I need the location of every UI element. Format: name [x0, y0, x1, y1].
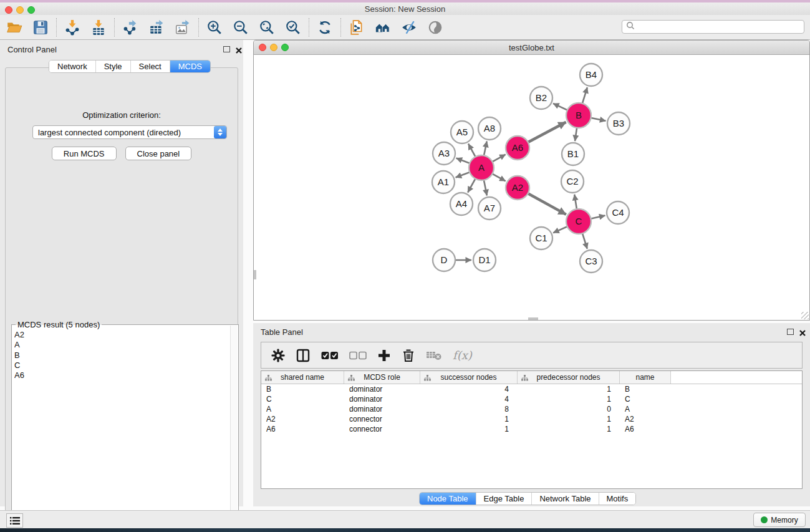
export-image-icon[interactable] [175, 19, 191, 36]
tab-style[interactable]: Style [96, 60, 131, 72]
cell-MCDS-role[interactable]: connector [344, 425, 420, 433]
node-A3[interactable]: A3 [433, 142, 455, 165]
close-panel-icon[interactable] [235, 46, 243, 53]
tab-mcds[interactable]: MCDS [170, 60, 210, 72]
memory-button[interactable]: Memory [753, 513, 806, 527]
mcds-result-list[interactable]: A2ABCA6 [14, 330, 228, 530]
node-D[interactable]: D [433, 249, 455, 271]
show-details-icon[interactable] [427, 19, 443, 36]
node-B3[interactable]: B3 [607, 112, 630, 135]
cell-predecessor-nodes[interactable]: 1 [518, 415, 620, 423]
node-B[interactable]: B [566, 103, 591, 128]
table-row[interactable]: Adominator80A [261, 404, 802, 414]
column-header-predecessor-nodes[interactable]: predecessor nodes [518, 371, 620, 384]
cell-name[interactable]: A [620, 405, 671, 414]
float-panel-icon[interactable] [223, 46, 230, 52]
node-A4[interactable]: A4 [450, 193, 473, 215]
criterion-dropdown[interactable]: largest connected component (directed) [32, 125, 227, 139]
run-mcds-button[interactable]: Run MCDS [52, 147, 117, 160]
window-resize-grip[interactable] [801, 312, 809, 319]
network-window-titlebar[interactable]: testGlobe.txt [254, 41, 809, 55]
tab-node-table[interactable]: Node Table [420, 493, 476, 505]
node-A7[interactable]: A7 [478, 197, 501, 220]
node-C4[interactable]: C4 [607, 201, 629, 224]
cell-successor-nodes[interactable]: 1 [420, 425, 518, 433]
result-item[interactable]: B [14, 351, 228, 360]
cell-MCDS-role[interactable]: dominator [344, 405, 420, 414]
result-item[interactable]: A [14, 340, 228, 350]
column-header-MCDS-role[interactable]: MCDS role [344, 371, 420, 384]
result-list-scrollbar[interactable] [230, 326, 238, 532]
node-A8[interactable]: A8 [478, 117, 501, 140]
zoom-out-icon[interactable] [233, 19, 249, 36]
export-network-icon[interactable] [122, 19, 138, 36]
cell-shared-name[interactable]: A6 [261, 425, 344, 433]
node-B1[interactable]: B1 [562, 143, 584, 165]
clone-network-icon[interactable] [349, 19, 365, 36]
node-table[interactable]: shared nameMCDS rolesuccessor nodesprede… [261, 370, 803, 489]
cell-shared-name[interactable]: C [261, 395, 344, 404]
column-header-name[interactable]: name [620, 371, 671, 384]
table-row[interactable]: A2connector11A2 [261, 414, 802, 424]
search-field[interactable] [622, 20, 804, 34]
cell-name[interactable]: A2 [620, 415, 671, 423]
tab-network-table[interactable]: Network Table [532, 493, 599, 505]
delete-column-icon[interactable] [402, 347, 415, 364]
close-panel-button[interactable]: Close panel [125, 147, 192, 160]
result-item[interactable]: A2 [14, 330, 228, 340]
node-D1[interactable]: D1 [473, 249, 496, 271]
horizontal-scroll-nub[interactable] [528, 317, 538, 320]
cell-successor-nodes[interactable]: 8 [420, 405, 518, 414]
cell-shared-name[interactable]: A2 [261, 415, 344, 423]
cell-shared-name[interactable]: A [261, 405, 344, 414]
node-C3[interactable]: C3 [580, 250, 602, 273]
node-A6[interactable]: A6 [506, 136, 529, 160]
select-all-checkboxes-icon[interactable] [321, 347, 339, 364]
float-table-panel-icon[interactable] [787, 329, 794, 335]
import-table-icon[interactable] [90, 19, 107, 36]
cell-name[interactable]: C [620, 395, 671, 404]
task-history-button[interactable] [6, 513, 23, 528]
cell-MCDS-role[interactable]: connector [344, 415, 420, 423]
column-header-successor-nodes[interactable]: successor nodes [420, 371, 518, 384]
function-builder-icon[interactable]: f(x) [453, 349, 472, 362]
cell-predecessor-nodes[interactable]: 1 [518, 395, 620, 404]
vertical-scroll-nub[interactable] [254, 270, 256, 279]
column-header-shared-name[interactable]: shared name [261, 371, 344, 384]
table-row[interactable]: Cdominator41C [261, 394, 802, 404]
deselect-checkboxes-icon[interactable] [349, 347, 367, 364]
search-input[interactable] [637, 21, 804, 32]
cell-predecessor-nodes[interactable]: 0 [518, 405, 620, 414]
table-row[interactable]: A6connector11A6 [261, 424, 802, 434]
result-item[interactable]: A6 [14, 370, 228, 380]
export-table-icon[interactable] [148, 19, 165, 36]
hide-details-icon[interactable] [401, 19, 417, 36]
cell-predecessor-nodes[interactable]: 1 [518, 385, 620, 394]
open-file-icon[interactable] [6, 19, 22, 36]
node-C[interactable]: C [566, 209, 591, 234]
result-item[interactable]: C [14, 360, 228, 370]
refresh-layout-icon[interactable] [317, 19, 333, 36]
zoom-in-icon[interactable] [206, 19, 223, 36]
tab-motifs[interactable]: Motifs [599, 493, 636, 505]
cell-predecessor-nodes[interactable]: 1 [518, 425, 620, 433]
split-columns-icon[interactable] [296, 347, 311, 364]
settings-gear-icon[interactable] [271, 347, 285, 364]
node-C2[interactable]: C2 [561, 170, 584, 193]
network-canvas[interactable]: B4B2BB3A8A5A6A3B1AA1C2A2A4A7C4CC1C3DD1 [254, 55, 809, 320]
close-table-panel-icon[interactable] [799, 328, 806, 336]
import-network-icon[interactable] [64, 19, 80, 36]
save-session-icon[interactable] [32, 19, 49, 36]
node-A1[interactable]: A1 [432, 171, 455, 193]
cell-MCDS-role[interactable]: dominator [344, 395, 420, 404]
node-B2[interactable]: B2 [530, 87, 552, 109]
tab-edge-table[interactable]: Edge Table [476, 493, 533, 505]
node-B4[interactable]: B4 [580, 64, 602, 86]
add-column-icon[interactable] [377, 347, 391, 364]
node-A5[interactable]: A5 [451, 121, 473, 143]
tab-network[interactable]: Network [49, 60, 96, 72]
zoom-selected-icon[interactable] [285, 19, 301, 36]
node-C1[interactable]: C1 [530, 227, 552, 249]
zoom-fit-icon[interactable] [259, 19, 275, 36]
table-row[interactable]: Bdominator41B [261, 384, 802, 394]
